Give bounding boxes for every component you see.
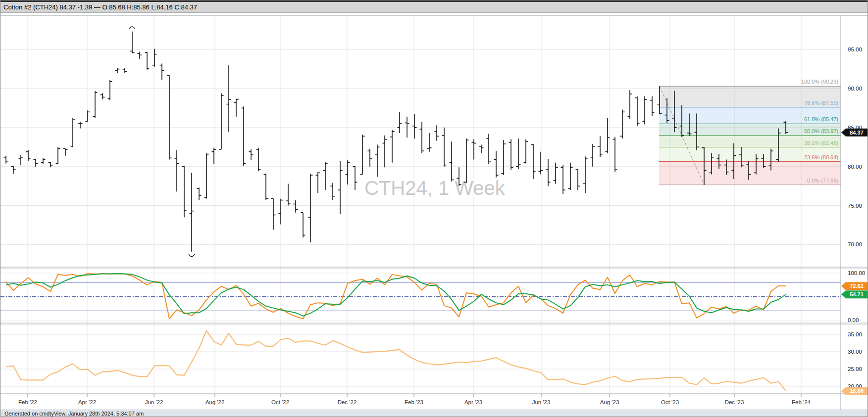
svg-text:84.37: 84.37	[850, 130, 864, 136]
stoch-k-tag: 72.62	[841, 282, 868, 290]
svg-text:Oct '22: Oct '22	[271, 399, 289, 405]
svg-text:Dec '23: Dec '23	[725, 399, 744, 405]
volatility-axis[interactable]: 35.0030.0025.0020.00	[848, 331, 862, 389]
svg-text:Apr '23: Apr '23	[464, 399, 482, 405]
svg-text:35.00: 35.00	[848, 331, 862, 337]
time-axis[interactable]: Feb '22Apr '22Jun '22Aug '22Oct '22Dec '…	[18, 394, 811, 405]
price-axis[interactable]: 95.0090.0085.0080.0075.0070.00	[848, 46, 862, 247]
grid-lines	[0, 15, 841, 394]
svg-text:Feb '24: Feb '24	[792, 399, 811, 405]
svg-text:90.00: 90.00	[848, 86, 862, 92]
svg-text:0.00: 0.00	[848, 317, 859, 323]
stoch-d-line	[6, 274, 786, 316]
volatility-line	[6, 330, 786, 391]
svg-text:100.00: 100.00	[848, 270, 865, 276]
chart-svg[interactable]: CTH24, 1 Week100.0% (90.29)78.6% (87.59)…	[0, 13, 868, 411]
svg-text:100.0% (90.29): 100.0% (90.29)	[801, 79, 838, 85]
svg-text:78.6% (87.59): 78.6% (87.59)	[804, 100, 838, 106]
svg-text:25.00: 25.00	[848, 366, 862, 372]
svg-text:50.0% (83.97): 50.0% (83.97)	[804, 128, 838, 134]
svg-text:Dec '22: Dec '22	[338, 399, 357, 405]
svg-text:23.6% (80.64): 23.6% (80.64)	[804, 154, 838, 160]
svg-text:Feb '22: Feb '22	[18, 399, 37, 405]
volatility-pane[interactable]	[6, 330, 786, 391]
svg-text:54.71: 54.71	[850, 291, 864, 297]
last-price-tag: 84.37	[841, 129, 868, 137]
svg-text:38.2% (82.48): 38.2% (82.48)	[804, 140, 838, 146]
svg-text:80.00: 80.00	[848, 164, 862, 170]
svg-text:30.00: 30.00	[848, 349, 862, 355]
watermark: CTH24, 1 Week	[364, 177, 506, 199]
stoch-d-tag: 54.71	[841, 290, 868, 298]
svg-text:72.62: 72.62	[850, 283, 864, 289]
svg-text:Jun '22: Jun '22	[145, 399, 163, 405]
svg-text:CTH24, 1 Week: CTH24, 1 Week	[364, 177, 506, 199]
svg-text:61.8% (85.47): 61.8% (85.47)	[804, 116, 838, 122]
svg-text:0.0% (77.66): 0.0% (77.66)	[807, 178, 838, 184]
extreme-arc-markers	[129, 27, 195, 257]
svg-text:75.00: 75.00	[848, 203, 862, 209]
stochastic-pane[interactable]	[0, 274, 841, 319]
svg-text:Apr '22: Apr '22	[78, 399, 96, 405]
svg-text:Aug '22: Aug '22	[205, 399, 225, 405]
title-bar: Cotton #2 (CTH24) 84.37 -1.39 — O:85.68 …	[0, 0, 868, 13]
stoch-k-line	[6, 274, 786, 319]
svg-text:Aug '23: Aug '23	[600, 399, 619, 405]
svg-text:Oct '23: Oct '23	[661, 399, 679, 405]
svg-text:95.00: 95.00	[848, 46, 862, 52]
svg-text:Jun '23: Jun '23	[532, 399, 551, 405]
symbol-quote-title: Cotton #2 (CTH24) 84.37 -1.39 — O:85.68 …	[0, 3, 197, 11]
svg-text:18.66: 18.66	[850, 388, 864, 394]
chart-window: Cotton #2 (CTH24) 84.37 -1.39 — O:85.68 …	[0, 0, 868, 417]
svg-text:Feb '23: Feb '23	[405, 399, 423, 405]
volatility-tag: 18.66	[841, 387, 868, 395]
chart-area[interactable]: CTH24, 1 Week100.0% (90.29)78.6% (87.59)…	[0, 13, 868, 411]
status-bar: Generated on cmdtyView, January 28th 202…	[0, 410, 868, 417]
generated-timestamp: Generated on cmdtyView, January 28th 202…	[0, 411, 144, 417]
pane-borders	[0, 15, 868, 410]
svg-text:70.00: 70.00	[848, 241, 862, 247]
fib-retracement[interactable]: 100.0% (90.29)78.6% (87.59)61.8% (85.47)…	[659, 79, 841, 185]
